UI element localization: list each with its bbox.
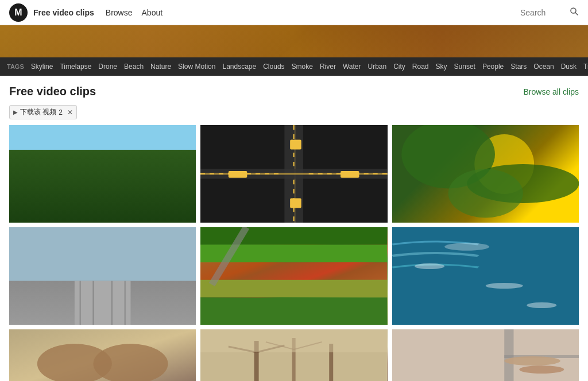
svg-rect-10 — [229, 171, 247, 178]
svg-rect-22 — [200, 227, 387, 245]
svg-rect-16 — [9, 227, 196, 281]
video-item[interactable] — [9, 227, 196, 325]
video-item[interactable] — [200, 329, 387, 381]
search-area — [520, 7, 579, 18]
svg-point-15 — [448, 169, 523, 218]
svg-rect-11 — [341, 171, 359, 178]
logo-icon[interactable]: M — [9, 3, 28, 22]
video-item[interactable] — [9, 125, 196, 223]
video-item[interactable] — [200, 125, 387, 223]
tag-slow-motion[interactable]: Slow Motion — [178, 63, 215, 71]
svg-point-33 — [93, 344, 168, 381]
tag-nature[interactable]: Nature — [150, 63, 171, 71]
tag-skyline[interactable]: Skyline — [31, 63, 53, 71]
header: M Free video clips Browse About — [0, 0, 588, 25]
tag-landscape[interactable]: Landscape — [222, 63, 256, 71]
tags-label: TAGS — [7, 63, 24, 70]
search-input[interactable] — [520, 8, 566, 17]
main-nav: Browse About — [106, 8, 520, 17]
svg-rect-9 — [290, 199, 301, 208]
tag-river[interactable]: River — [320, 63, 336, 71]
tag-ocean[interactable]: Ocean — [533, 63, 554, 71]
svg-rect-26 — [200, 297, 387, 325]
video-item[interactable] — [392, 227, 579, 325]
svg-rect-3 — [200, 169, 387, 179]
close-icon[interactable]: ✕ — [67, 108, 73, 116]
video-item[interactable] — [392, 125, 579, 223]
tag-road[interactable]: Road — [412, 63, 429, 71]
video-item[interactable] — [9, 329, 196, 381]
svg-point-30 — [444, 243, 489, 251]
svg-rect-25 — [200, 280, 387, 298]
nav-browse[interactable]: Browse — [106, 8, 133, 17]
tag-clouds[interactable]: Clouds — [263, 63, 284, 71]
download-popup: ▶ 下载该 视频 2 ✕ — [9, 105, 77, 119]
video-grid — [9, 125, 579, 381]
tag-drone[interactable]: Drone — [98, 63, 117, 71]
download-count: 2 — [59, 108, 63, 116]
main-content: Free video clips Browse all clips ▶ 下载该 … — [0, 76, 588, 381]
svg-point-46 — [504, 356, 560, 366]
svg-point-29 — [485, 283, 523, 289]
tag-traffic[interactable]: Traffic — [583, 63, 588, 71]
play-icon: ▶ — [13, 109, 18, 115]
tag-dusk[interactable]: Dusk — [561, 63, 577, 71]
svg-rect-8 — [290, 140, 301, 150]
video-item[interactable] — [392, 329, 579, 381]
site-title: Free video clips — [33, 8, 94, 17]
content-header: Free video clips Browse all clips — [9, 85, 579, 98]
tag-sunset[interactable]: Sunset — [454, 63, 475, 71]
tag-water[interactable]: Water — [343, 63, 361, 71]
svg-rect-17 — [75, 281, 131, 325]
download-text: 下载该 视频 — [20, 107, 56, 117]
nav-about[interactable]: About — [142, 8, 163, 17]
svg-line-1 — [575, 13, 578, 15]
tag-urban[interactable]: Urban — [368, 63, 387, 71]
tag-stars[interactable]: Stars — [510, 63, 527, 71]
tag-city[interactable]: City — [393, 63, 405, 71]
svg-point-31 — [527, 302, 556, 308]
tags-bar: TAGS Skyline Timelapse Drone Beach Natur… — [0, 57, 588, 76]
tag-timelapse[interactable]: Timelapse — [60, 63, 91, 71]
svg-rect-24 — [200, 262, 387, 280]
svg-point-47 — [519, 366, 564, 374]
tag-smoke[interactable]: Smoke — [292, 63, 313, 71]
tag-beach[interactable]: Beach — [124, 63, 144, 71]
svg-rect-42 — [200, 329, 387, 352]
search-icon[interactable] — [570, 7, 579, 18]
browse-all-link[interactable]: Browse all clips — [524, 87, 579, 96]
tag-sky[interactable]: Sky — [436, 63, 447, 71]
video-item[interactable] — [200, 227, 387, 325]
hero-banner — [0, 25, 588, 57]
tag-people[interactable]: People — [482, 63, 504, 71]
page-title: Free video clips — [9, 85, 96, 98]
svg-point-28 — [415, 263, 444, 269]
